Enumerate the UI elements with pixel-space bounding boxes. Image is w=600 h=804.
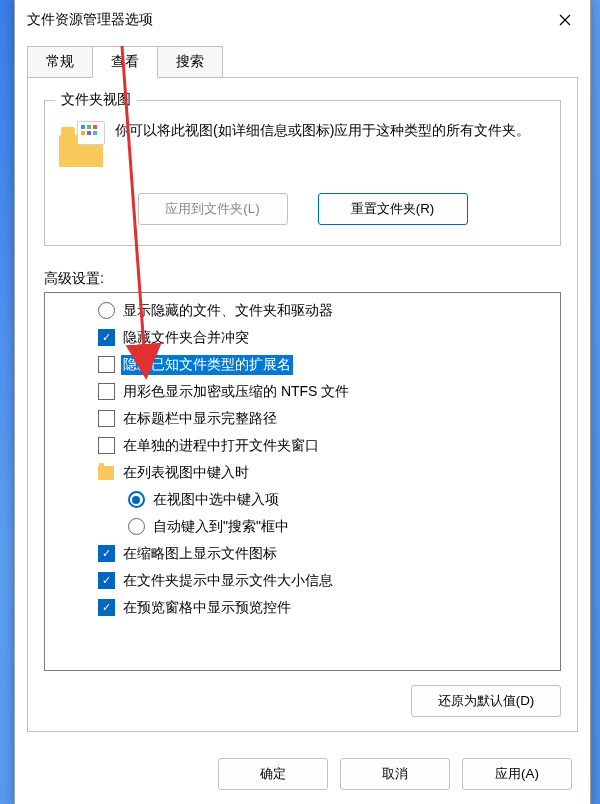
tree-item[interactable]: 用彩色显示加密或压缩的 NTFS 文件: [47, 378, 558, 405]
reset-folders-button[interactable]: 重置文件夹(R): [318, 193, 468, 225]
tree-item-label: 自动键入到"搜索"框中: [151, 517, 291, 537]
checkbox-icon[interactable]: [98, 410, 115, 427]
tree-item-label: 在文件夹提示中显示文件大小信息: [121, 571, 335, 591]
tree-item-label: 在单独的进程中打开文件夹窗口: [121, 436, 321, 456]
tab-panel-view: 文件夹视图 你可以将此视图(如详细信息或图标)应用于这种类型的所有文件夹。 应用…: [27, 77, 578, 732]
tree-item[interactable]: 在文件夹提示中显示文件大小信息: [47, 567, 558, 594]
tree-item[interactable]: 在预览窗格中显示预览控件: [47, 594, 558, 621]
tab-general[interactable]: 常规: [27, 46, 93, 78]
ok-button[interactable]: 确定: [218, 758, 328, 790]
tree-item-label: 显示隐藏的文件、文件夹和驱动器: [121, 301, 335, 321]
folder-options-dialog: 文件资源管理器选项 常规 查看 搜索 文件夹视图: [14, 0, 591, 804]
restore-defaults-button[interactable]: 还原为默认值(D): [411, 685, 561, 717]
checkbox-icon[interactable]: [98, 599, 115, 616]
tree-item[interactable]: 自动键入到"搜索"框中: [47, 513, 558, 540]
tree-item-label: 隐藏已知文件类型的扩展名: [121, 355, 293, 375]
tree-item[interactable]: 在标题栏中显示完整路径: [47, 405, 558, 432]
checkbox-icon[interactable]: [98, 572, 115, 589]
tree-item[interactable]: 在缩略图上显示文件图标: [47, 540, 558, 567]
close-button[interactable]: [540, 0, 590, 40]
checkbox-icon[interactable]: [98, 356, 115, 373]
dialog-body: 常规 查看 搜索 文件夹视图 你可以将此视图(如详细信息或图标)应用于这种类: [15, 40, 590, 744]
tree-item[interactable]: 显示隐藏的文件、文件夹和驱动器: [47, 297, 558, 324]
tree-item-label: 在缩略图上显示文件图标: [121, 544, 279, 564]
tree-item[interactable]: 隐藏文件夹合并冲突: [47, 324, 558, 351]
tree-item-label: 隐藏文件夹合并冲突: [121, 328, 251, 348]
tree-item[interactable]: 隐藏已知文件类型的扩展名: [47, 351, 558, 378]
dialog-footer: 确定 取消 应用(A): [15, 744, 590, 804]
checkbox-icon[interactable]: [98, 545, 115, 562]
folder-view-desc: 你可以将此视图(如详细信息或图标)应用于这种类型的所有文件夹。: [115, 119, 546, 167]
tree-item-label: 在标题栏中显示完整路径: [121, 409, 279, 429]
folder-view-group-title: 文件夹视图: [55, 91, 137, 109]
tree-item-label: 在预览窗格中显示预览控件: [121, 598, 293, 618]
advanced-settings-tree[interactable]: 显示隐藏的文件、文件夹和驱动器隐藏文件夹合并冲突隐藏已知文件类型的扩展名用彩色显…: [44, 292, 561, 671]
advanced-settings-label: 高级设置:: [44, 270, 561, 288]
tree-item-label: 用彩色显示加密或压缩的 NTFS 文件: [121, 382, 351, 402]
checkbox-icon[interactable]: [98, 329, 115, 346]
folder-icon: [98, 466, 114, 480]
checkbox-icon[interactable]: [98, 437, 115, 454]
tree-item[interactable]: 在单独的进程中打开文件夹窗口: [47, 432, 558, 459]
tree-item-label: 在列表视图中键入时: [121, 463, 251, 483]
tab-view[interactable]: 查看: [92, 46, 158, 78]
tabs: 常规 查看 搜索: [27, 46, 578, 78]
folder-view-group: 文件夹视图 你可以将此视图(如详细信息或图标)应用于这种类型的所有文件夹。 应用…: [44, 100, 561, 246]
apply-button[interactable]: 应用(A): [462, 758, 572, 790]
apply-to-folders-button[interactable]: 应用到文件夹(L): [138, 193, 288, 225]
tab-search[interactable]: 搜索: [157, 46, 223, 78]
window-title: 文件资源管理器选项: [27, 11, 540, 29]
tree-item[interactable]: 在视图中选中键入项: [47, 486, 558, 513]
cancel-button[interactable]: 取消: [340, 758, 450, 790]
titlebar: 文件资源管理器选项: [15, 0, 590, 40]
radio-icon[interactable]: [128, 518, 145, 535]
close-icon: [559, 14, 571, 26]
tree-item[interactable]: 在列表视图中键入时: [47, 459, 558, 486]
folder-icon: [59, 123, 103, 167]
radio-icon[interactable]: [128, 491, 145, 508]
tree-item-label: 在视图中选中键入项: [151, 490, 281, 510]
radio-icon[interactable]: [98, 302, 115, 319]
checkbox-icon[interactable]: [98, 383, 115, 400]
